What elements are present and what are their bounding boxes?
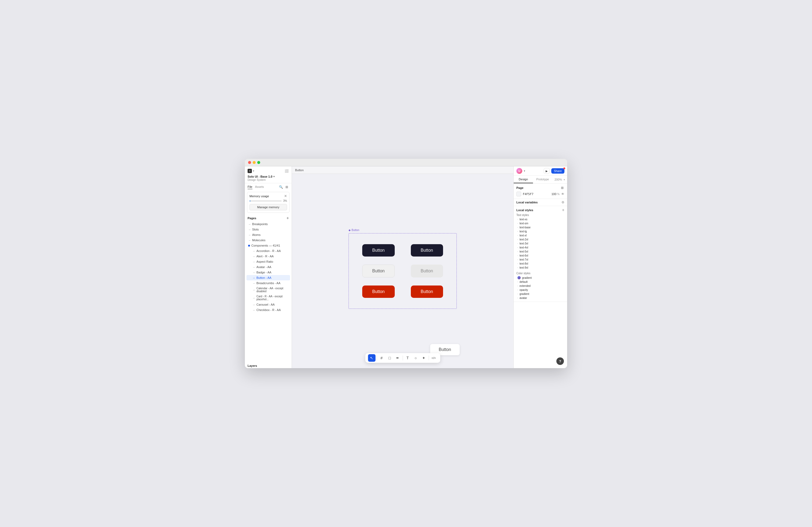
- select-tool-button[interactable]: ↖: [368, 354, 375, 362]
- page-label: Slots: [252, 228, 259, 231]
- page-item-atoms[interactable]: → Atoms: [246, 232, 290, 238]
- page-item-calendar[interactable]: → Calendar - AA - except disabled: [246, 286, 290, 294]
- star-tool-button[interactable]: ✦: [420, 354, 427, 362]
- button-light-1[interactable]: Button: [362, 265, 394, 277]
- page-item-components[interactable]: Components — 41/41: [246, 243, 290, 248]
- style-item-gradient[interactable]: gradient: [516, 275, 564, 280]
- style-item-gradient-2[interactable]: › gradient: [516, 292, 564, 296]
- sidebar-toggle-icon[interactable]: ⬜: [284, 168, 289, 174]
- style-item-avatar[interactable]: › avatar: [516, 296, 564, 300]
- style-label: gradient: [520, 292, 529, 296]
- visibility-toggle-icon[interactable]: 👁: [561, 192, 564, 196]
- page-item-slots[interactable]: → Slots: [246, 227, 290, 232]
- page-item-carousel[interactable]: → Carousel - AA: [246, 302, 290, 307]
- style-item-text-base[interactable]: › text-base: [516, 225, 564, 229]
- layers-label: Layers: [245, 362, 292, 368]
- page-item-button[interactable]: → Button - AA: [246, 275, 290, 281]
- page-item-accordion[interactable]: → Accordion - R - AA: [246, 248, 290, 254]
- page-color-hex: F4F5F7: [523, 192, 534, 196]
- style-item-text-xl[interactable]: › text-xl: [516, 234, 564, 238]
- style-item-default[interactable]: › default: [516, 280, 564, 284]
- frame-label: ◆ Button: [349, 229, 359, 231]
- text-styles-list: › text-xs › text-sm › text-base ›: [516, 217, 564, 270]
- project-name-chevron[interactable]: ▾: [273, 175, 275, 178]
- pen-tool-button[interactable]: ✒: [394, 354, 402, 362]
- style-item-extended[interactable]: › extended: [516, 284, 564, 288]
- page-item-badge[interactable]: → Badge - AA: [246, 270, 290, 275]
- button-light-gray-1[interactable]: Button: [411, 265, 443, 277]
- code-tool-button[interactable]: </>: [430, 354, 437, 362]
- add-page-button[interactable]: +: [287, 216, 289, 220]
- style-item-text-xs[interactable]: › text-xs: [516, 217, 564, 221]
- memory-close-button[interactable]: ✕: [284, 194, 287, 198]
- chevron-icon: ›: [518, 281, 518, 283]
- avatar-chevron[interactable]: ▾: [524, 169, 525, 172]
- page-color-swatch[interactable]: [516, 192, 521, 196]
- page-item-checkbox[interactable]: → Checkbox - R - AA: [246, 307, 290, 313]
- close-traffic-light[interactable]: [248, 161, 251, 164]
- tab-design[interactable]: Design: [514, 176, 533, 183]
- button-dark-1[interactable]: Button: [362, 244, 394, 257]
- search-icon[interactable]: 🔍: [279, 185, 283, 189]
- tab-prototype[interactable]: Prototype: [533, 176, 552, 183]
- maximize-traffic-light[interactable]: [257, 161, 260, 164]
- manage-memory-button[interactable]: Manage memory: [249, 204, 287, 210]
- frame-diamond-icon: ◆: [349, 229, 351, 231]
- page-item-aspect-ratio[interactable]: → Aspect Ratio: [246, 259, 290, 264]
- text-tool-button[interactable]: T: [404, 354, 411, 362]
- button-red-1[interactable]: Button: [362, 286, 394, 298]
- style-item-text-5xl[interactable]: › text-5xl: [516, 250, 564, 254]
- button-red-2[interactable]: Button: [411, 286, 443, 298]
- rect-tool-button[interactable]: □: [386, 354, 393, 362]
- style-label: text-5xl: [520, 250, 528, 253]
- right-header: U ▾ ▶ Share: [514, 166, 567, 176]
- minimize-traffic-light[interactable]: [253, 161, 256, 164]
- share-button[interactable]: Share: [551, 168, 564, 174]
- button-frame[interactable]: ◆ Button Button Button Button Button But…: [349, 233, 457, 309]
- chevron-icon: ›: [518, 285, 518, 287]
- tab-assets[interactable]: Assets: [255, 185, 264, 189]
- style-item-text-7xl[interactable]: › text-7xl: [516, 258, 564, 261]
- arrow-icon: →: [248, 228, 251, 231]
- button-dark-2[interactable]: Button: [411, 244, 443, 257]
- zoom-chevron[interactable]: ▾: [564, 178, 565, 181]
- left-panel: ✦ ▾ ⬜ Solo UI - Base 1.0 ▾ Design System…: [245, 166, 292, 368]
- chevron-down-icon[interactable]: ▾: [253, 169, 254, 172]
- play-button[interactable]: ▶: [544, 168, 550, 174]
- style-item-text-9xl[interactable]: › text-9xl: [516, 266, 564, 270]
- page-item-molecules[interactable]: → Molecules: [246, 238, 290, 243]
- style-item-text-sm[interactable]: › text-sm: [516, 221, 564, 225]
- style-item-opacity[interactable]: › opacity: [516, 288, 564, 292]
- style-item-text-6xl[interactable]: › text-6xl: [516, 254, 564, 258]
- canvas-toolbar: Button: [292, 166, 513, 174]
- add-page-icon[interactable]: ⊞: [285, 185, 289, 189]
- project-name-label: Solo UI - Base 1.0: [248, 175, 272, 178]
- style-item-text-3xl[interactable]: › text-3xl: [516, 241, 564, 245]
- color-preview-row: F4F5F7 100 % 👁: [516, 192, 564, 196]
- tab-file[interactable]: File: [248, 185, 252, 189]
- style-label: avatar: [520, 297, 527, 299]
- page-color-section: Page ⊞ F4F5F7 100 % 👁: [514, 183, 567, 199]
- style-item-text-8xl[interactable]: › text-8xl: [516, 261, 564, 266]
- page-item-breakpoints[interactable]: → Breakpoints: [246, 221, 290, 227]
- style-item-text-lg[interactable]: › text-lg: [516, 229, 564, 234]
- local-variables-settings-icon[interactable]: ⚙: [562, 200, 564, 204]
- page-item-avatar[interactable]: → Avatar - AA: [246, 264, 290, 270]
- file-assets-tabs: File Assets 🔍 ⊞: [245, 183, 292, 190]
- page-item-breadcrumbs[interactable]: → Breadcrumbs - AA: [246, 281, 290, 286]
- avatar: U: [516, 168, 522, 174]
- page-item-card[interactable]: → Card - R - AA - except placehol...: [246, 294, 290, 302]
- help-button[interactable]: ?: [556, 358, 564, 365]
- page-item-alert[interactable]: → Alert - R - AA: [246, 254, 290, 259]
- style-item-text-4xl[interactable]: › text-4xl: [516, 245, 564, 250]
- frame-tool-button[interactable]: #: [378, 354, 385, 362]
- add-style-button[interactable]: +: [562, 208, 564, 212]
- circle-tool-button[interactable]: ○: [412, 354, 419, 362]
- chevron-icon: ›: [518, 222, 518, 225]
- style-item-text-2xl[interactable]: › text-2xl: [516, 238, 564, 241]
- page-settings-icon[interactable]: ⊞: [560, 186, 564, 190]
- right-header-actions: ▶ Share: [544, 168, 564, 174]
- style-label: extended: [520, 284, 531, 287]
- project-sub-label: Design System: [248, 178, 289, 181]
- arrow-icon: →: [252, 308, 255, 312]
